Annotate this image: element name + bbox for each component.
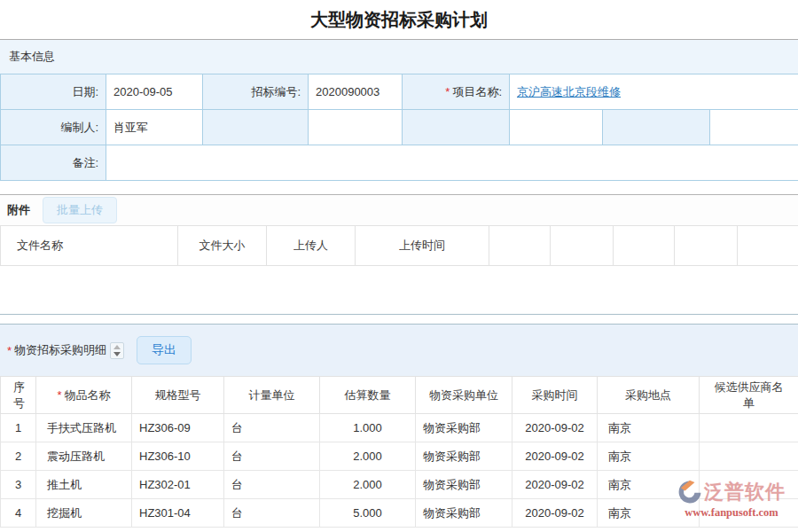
page-title: 大型物资招标采购计划 (0, 0, 798, 39)
cell-seq: 2 (1, 442, 36, 471)
cell-suppliers (700, 471, 798, 499)
cell-item-name: 手扶式压路机 (36, 414, 132, 442)
empty-value-cell (309, 110, 403, 145)
col-empty (738, 226, 798, 266)
cell-model: HZ301-04 (132, 499, 224, 528)
cell-unit: 台 (224, 442, 320, 471)
cell-dept: 物资采购部 (416, 442, 512, 471)
required-mark: * (445, 85, 450, 98)
col-model: 规格型号 (132, 377, 224, 414)
col-empty (675, 226, 738, 266)
cell-suppliers (700, 499, 798, 528)
cell-model: HZ306-10 (132, 442, 224, 471)
project-name-label: *项目名称: (403, 74, 510, 110)
basic-info-row-1: 日期: 2020-09-05 招标编号: 2020090003 *项目名称: 京… (1, 74, 798, 110)
cell-place: 南京 (598, 499, 700, 528)
detail-table: 序号 *物品名称 规格型号 计量单位 估算数量 物资采购单位 采购时间 采购地点… (0, 376, 798, 528)
cell-place: 南京 (598, 414, 700, 442)
cell-dept: 物资采购部 (416, 414, 512, 442)
cell-seq: 3 (1, 471, 36, 499)
sort-up-icon (113, 345, 121, 349)
cell-suppliers (700, 442, 798, 471)
cell-item-name: 推土机 (36, 471, 132, 499)
cell-unit: 台 (224, 471, 320, 499)
project-name-label-text: 项目名称: (452, 85, 502, 98)
project-name-cell: 京沪高速北京段维修 (510, 74, 798, 110)
date-value: 2020-09-05 (106, 74, 203, 110)
cell-time: 2020-09-02 (512, 471, 598, 499)
col-unit: 计量单位 (224, 377, 320, 414)
cell-qty: 2.000 (320, 471, 416, 499)
bid-no-label: 招标编号: (203, 74, 309, 110)
cell-dept: 物资采购部 (416, 499, 512, 528)
basic-info-row-2: 编制人: 肖亚军 (1, 110, 798, 145)
col-empty (489, 226, 551, 266)
cell-item-name: 震动压路机 (36, 442, 132, 471)
table-row: 3 推土机 HZ302-01 台 2.000 物资采购部 2020-09-02 … (1, 471, 798, 499)
basic-info-row-3: 备注: (1, 145, 798, 181)
cell-suppliers (700, 414, 798, 442)
cell-time: 2020-09-02 (512, 414, 598, 442)
cell-unit: 台 (224, 414, 320, 442)
col-seq: 序号 (1, 377, 36, 414)
attachment-section-header: 附件 批量上传 (0, 194, 798, 225)
cell-time: 2020-09-02 (512, 442, 598, 471)
cell-place: 南京 (598, 471, 700, 499)
cell-place: 南京 (598, 442, 700, 471)
cell-qty: 5.000 (320, 499, 416, 528)
empty-label-cell (203, 110, 309, 145)
table-row: 4 挖掘机 HZ301-04 台 5.000 物资采购部 2020-09-02 … (1, 499, 798, 528)
col-purchase-time: 采购时间 (512, 377, 598, 414)
cell-item-name: 挖掘机 (36, 499, 132, 528)
export-button[interactable]: 导出 (137, 336, 192, 364)
empty-value-cell (710, 110, 798, 145)
creator-label: 编制人: (1, 110, 106, 145)
project-name-link[interactable]: 京沪高速北京段维修 (517, 85, 621, 98)
cell-seq: 1 (1, 414, 36, 442)
cell-qty: 1.000 (320, 414, 416, 442)
cell-qty: 2.000 (320, 442, 416, 471)
remark-label: 备注: (1, 145, 106, 181)
cell-dept: 物资采购部 (416, 471, 512, 499)
empty-value-cell (510, 110, 603, 145)
remark-value (106, 145, 798, 181)
col-file-size: 文件大小 (178, 226, 267, 266)
col-purchase-dept: 物资采购单位 (416, 377, 512, 414)
basic-info-section-title: 基本信息 (9, 49, 55, 65)
sort-spinner-control[interactable] (110, 342, 124, 359)
table-row: 1 手扶式压路机 HZ306-09 台 1.000 物资采购部 2020-09-… (1, 414, 798, 442)
basic-info-table: 日期: 2020-09-05 招标编号: 2020090003 *项目名称: 京… (0, 74, 798, 181)
date-label: 日期: (1, 74, 106, 110)
col-purchase-place: 采购地点 (598, 377, 700, 414)
detail-section-header: * 物资招标采购明细 导出 (0, 324, 798, 376)
empty-label-cell (403, 110, 510, 145)
cell-time: 2020-09-02 (512, 499, 598, 528)
attachment-empty-body (0, 266, 798, 315)
bid-no-value: 2020090003 (309, 74, 403, 110)
required-mark: * (7, 344, 12, 357)
detail-header-row: 序号 *物品名称 规格型号 计量单位 估算数量 物资采购单位 采购时间 采购地点… (1, 377, 798, 414)
empty-label-cell (603, 110, 710, 145)
attachment-table: 文件名称 文件大小 上传人 上传时间 (0, 225, 798, 266)
batch-upload-button[interactable]: 批量上传 (43, 197, 117, 223)
col-empty (551, 226, 614, 266)
col-candidate-suppliers: 候选供应商名单 (700, 377, 798, 414)
col-empty (614, 226, 675, 266)
cell-seq: 4 (1, 499, 36, 528)
cell-model: HZ302-01 (132, 471, 224, 499)
col-file-name: 文件名称 (1, 226, 178, 266)
cell-model: HZ306-09 (132, 414, 224, 442)
sort-down-icon (113, 352, 121, 356)
detail-section-title: 物资招标采购明细 (14, 342, 106, 358)
required-mark: * (57, 388, 61, 402)
col-upload-time: 上传时间 (356, 226, 489, 266)
cell-unit: 台 (224, 499, 320, 528)
col-item-name: *物品名称 (36, 377, 132, 414)
col-uploader: 上传人 (267, 226, 356, 266)
col-est-qty: 估算数量 (320, 377, 416, 414)
basic-info-section-header: 基本信息 (0, 39, 798, 74)
creator-value: 肖亚军 (106, 110, 203, 145)
col-item-name-text: 物品名称 (65, 388, 111, 402)
table-row: 2 震动压路机 HZ306-10 台 2.000 物资采购部 2020-09-0… (1, 442, 798, 471)
attachment-section-title: 附件 (7, 202, 30, 218)
